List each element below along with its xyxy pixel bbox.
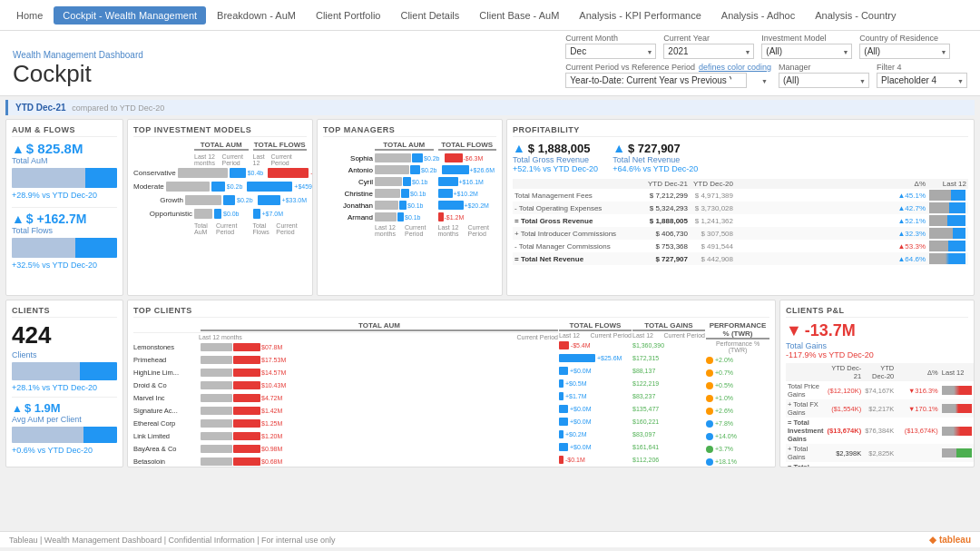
top-managers-title: TOP MANAGERS [323,125,496,137]
gross-change: +52.1% vs YTD Dec-20 [513,164,598,173]
country-select[interactable]: (All) [859,44,950,59]
header-left: Wealth Management Dashboard Cockpit [13,50,143,88]
current-month-control: Current Month Dec [565,34,656,59]
clients-count-block: 424 [12,321,117,349]
nav-client-base[interactable]: Client Base - AuM [470,6,568,25]
clients-sparkline [12,362,117,380]
top-navigation: Home Cockpit - Wealth Management Breakdo… [0,0,980,31]
pnl-fx-gains: + Total FX Gains ($1,554K) $2,217K ▼170.… [786,399,974,418]
profit-row-mgr-comm: - Total Manager Commissions $ 753,368 $ … [513,240,968,252]
client-gains-row: $161,641 [632,441,705,453]
current-year-select[interactable]: 2021 [663,44,754,59]
client-aum-row: Ethereal Corp $1.25M [133,418,558,429]
inv-footer-labels: Total AuMCurrent Period Total FlowsCurre… [133,222,307,235]
nav-analysis-adhoc[interactable]: Analysis - Adhoc [712,6,804,25]
net-value: $ 727,907 [628,142,681,155]
clients-pnl-title: CLIENTS P&L [786,306,968,318]
current-month-select[interactable]: Dec [565,44,656,59]
investment-model-select[interactable]: (All) [761,44,852,59]
clients-aum-section: TOTAL AUM Last 12 monthsCurrent Period L… [133,321,558,467]
client-rows-flows: -$5.4M +$25.6M +$0.0M +$0.5M +$1.7M +$0.… [559,339,632,466]
client-perf-row: +2.6% [706,405,769,417]
nav-analysis-country[interactable]: Analysis - Country [806,6,905,25]
client-gains-row: $1,360,390 [632,339,705,351]
controls-row-2: Current Period vs Reference Period defin… [565,63,967,88]
client-aum-row: BayArea & Co $0.98M [133,443,558,455]
investment-model-wrapper: (All) [761,44,852,59]
mgr-col-headers: TOTAL AUM TOTAL FLOWS [323,141,496,151]
profitability-table: YTD Dec-21 YTD Dec-20 Δ% Last 12 Total M… [513,179,968,265]
nav-client-portfolio[interactable]: Client Portfolio [307,6,390,25]
color-coding-link[interactable]: defines color coding [699,63,771,72]
client-aum-row: Signature Ac... $1.42M [133,405,558,417]
pnl-total-gains: = Total Gains ($16,073K) $73,559K ▼($89,… [786,462,974,467]
bottom-row: CLIENTS 424 Clients +28.1% vs YTD Dec-20… [5,300,975,467]
mgr-row-christine: Christine $0.1b +$10.2M [323,189,496,198]
avg-aum-label: Avg AuM per Client [12,415,117,424]
inv-row-conservative: Conservative $0.4b -$62.9M [133,168,307,178]
dashboard-body: YTD Dec-21 compared to YTD Dec-20 AuM & … [0,96,980,531]
top-clients-title: TOP CLIENTS [133,306,769,318]
clients-panel: CLIENTS 424 Clients +28.1% vs YTD Dec-20… [5,300,123,467]
nav-home[interactable]: Home [7,6,52,25]
client-rows-aum: Lemonstones $07.8M Primehead $17.53M Hig… [133,341,558,467]
client-aum-row: Droid & Co $10.43M [133,379,558,391]
client-flows-row: +$0.2M [559,428,632,440]
client-aum-row: Primehead $17.53M [133,354,558,366]
clients-pnl-panel: CLIENTS P&L ▼ -13.7M Total Gains -117.9%… [779,300,975,467]
client-gains-row: $83,097 [632,428,705,440]
header-subtitle: Wealth Management Dashboard [13,50,143,60]
filter4-control: Filter 4 Placeholder 4 [877,63,967,88]
manager-select[interactable]: (All) [779,73,869,88]
client-perf-row: +18.1% [706,456,769,467]
flows-change: +32.5% vs YTD Dec-20 [12,261,117,270]
client-gains-row: $160,221 [632,416,705,428]
clients-gains-section: TOTAL GAINS Last 12Current Period $1,360… [632,321,705,467]
top-managers-panel: TOP MANAGERS TOTAL AUM TOTAL FLOWS Sophi… [317,119,503,296]
net-change: +64.6% vs YTD Dec-20 [612,164,698,173]
aum-flows-panel: AuM & FLOWS ▲ $ 825.8M Total AuM +28.9% … [5,119,123,296]
aum-flows-divider [12,207,117,208]
investment-model-control: Investment Model (All) [761,34,852,59]
filter4-select[interactable]: Placeholder 4 [877,73,967,88]
mgr-row-sophia: Sophia $0.2b -$6.3M [323,153,496,162]
aum-sparkline [12,168,117,188]
client-aum-row: Marvel Inc $4.72M [133,392,558,404]
profit-top-metrics: ▲ $ 1,888,005 Total Gross Revenue +52.1%… [513,141,968,173]
aum-label: Total AuM [12,156,117,165]
client-gains-row: $135,477 [632,403,705,415]
avg-aum-value: $ 1.9M [24,401,61,415]
period-select[interactable]: Year-to-Date: Current Year vs Previous Y… [565,73,747,88]
net-arrow: ▲ [612,141,625,155]
total-aum-block: ▲ $ 825.8M Total AuM +28.9% vs YTD Dec-2… [12,141,117,200]
inv-row-growth: Growth $0.2b +$33.0M [133,195,307,205]
filter4-wrapper: Placeholder 4 [877,73,967,88]
client-aum-row: Lemonstones $07.8M [133,341,558,353]
profit-row-opex: - Total Operating Expenses $ 5,324,293 $… [513,202,968,214]
nav-analysis-kpi[interactable]: Analysis - KPI Performance [570,6,710,25]
client-perf-row: +14.0% [706,430,769,442]
net-revenue-block: ▲ $ 727,907 Total Net Revenue +64.6% vs … [612,141,698,173]
nav-cockpit[interactable]: Cockpit - Wealth Management [54,6,206,25]
client-flows-row: -$5.4M [559,339,632,351]
nav-breakdown[interactable]: Breakdown - AuM [208,6,305,25]
nav-client-details[interactable]: Client Details [391,6,468,25]
clients-title: CLIENTS [12,306,117,318]
inv-sub-headers: Last 12 monthsCurrent Period Last 12Curr… [133,153,307,166]
top-investment-panel: TOP INVESTMENT MODELS TOTAL AUM TOTAL FL… [127,119,313,296]
client-flows-row: +$0.0M [559,403,632,415]
client-flows-row: +$0.0M [559,441,632,453]
profit-row-mgmt-fees: Total Management Fees $ 7,212,299 $ 4,97… [513,189,968,202]
ytd-banner: YTD Dec-21 compared to YTD Dec-20 [5,100,975,115]
flows-arrow: ▲ [12,212,24,226]
profit-row-gross: = Total Gross Revenue $ 1,888,005 $ 1,24… [513,214,968,227]
client-perf-row: +2.0% [706,354,769,366]
mgr-row-jonathan: Jonathan $0.1b +$20.2M [323,201,496,210]
aum-change: +28.9% vs YTD Dec-20 [12,191,117,200]
client-perf-row: +7.8% [706,418,769,429]
client-rows-perf: +2.0% +0.7% +0.5% +1.0% +2.6% +7.8% +14.… [706,354,769,467]
net-label: Total Net Revenue [612,155,698,164]
pnl-arrow: ▼ [786,321,802,340]
mgr-row-antonio: Antonio $0.2b +$26.6M [323,165,496,174]
profit-row-intro-comm: + Total Introducer Commissions $ 406,730… [513,227,968,240]
